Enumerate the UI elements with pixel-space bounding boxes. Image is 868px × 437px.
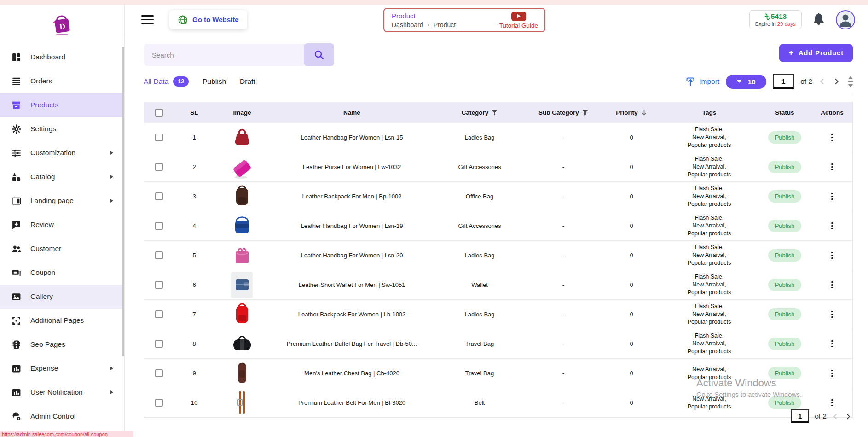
filter-icon[interactable] [582, 110, 588, 116]
coupon-icon [11, 268, 21, 278]
row-checkbox[interactable] [155, 222, 163, 230]
kebab-menu-icon[interactable] [827, 250, 837, 261]
cell-priority: 0 [602, 252, 661, 259]
sidebar-item-expense[interactable]: Expense [0, 356, 124, 380]
status-badge: Publish [768, 308, 802, 320]
catalog-icon [11, 172, 21, 182]
breadcrumb-dashboard[interactable]: Dashboard [392, 21, 423, 29]
cell-name: Leather Purse For Women | Lw-1032 [269, 163, 434, 170]
sort-descending-icon[interactable] [641, 109, 647, 116]
go-to-website-label: Go to Website [192, 16, 239, 23]
kebab-menu-icon[interactable] [827, 191, 837, 202]
bottom-page-input[interactable]: 1 [791, 409, 809, 423]
sidebar-scrollbar[interactable] [122, 47, 124, 356]
row-checkbox[interactable] [155, 340, 163, 348]
sidebar-item-admin-control[interactable]: Admin Control [0, 404, 124, 428]
row-checkbox[interactable] [155, 163, 163, 171]
select-all-checkbox[interactable] [155, 109, 163, 117]
page-stepper[interactable] [848, 76, 853, 87]
header-category[interactable]: Category [434, 109, 525, 116]
sidebar-item-additional-pages[interactable]: Additional Pages [0, 309, 124, 332]
sidebar-item-orders[interactable]: Orders [0, 69, 124, 93]
header-sub-category[interactable]: Sub Category [525, 109, 602, 116]
kebab-menu-icon[interactable] [827, 309, 837, 320]
table-row: 3Leather Backpack For Men | Bp-1002Offic… [144, 181, 852, 211]
cell-category: Travel Bag [434, 340, 525, 347]
bottom-prev-page[interactable] [832, 413, 839, 420]
page-size-dropdown[interactable]: 10 [726, 75, 766, 89]
tutorial-guide-link[interactable]: Tutorial Guide [499, 12, 538, 29]
import-button[interactable]: Import [685, 76, 719, 87]
cell-name: Leather Short Wallet For Men | Sw-1051 [269, 281, 434, 288]
tab-draft[interactable]: Draft [240, 77, 255, 86]
sidebar-item-landing-page[interactable]: Landing page [0, 189, 124, 213]
kebab-menu-icon[interactable] [827, 162, 837, 173]
page-number-input[interactable]: 1 [773, 74, 794, 89]
kebab-menu-icon[interactable] [827, 280, 837, 291]
chevron-right-icon [110, 175, 113, 179]
globe-icon [178, 15, 188, 25]
sidebar-item-catalog[interactable]: Catalog [0, 165, 124, 189]
hamburger-menu-icon[interactable] [141, 15, 154, 24]
row-checkbox[interactable] [155, 399, 163, 407]
notification-bell-icon[interactable] [812, 12, 826, 27]
row-checkbox[interactable] [155, 281, 163, 289]
sidebar-item-dashboard[interactable]: Dashboard [0, 45, 124, 69]
sidebar-item-seo-pages[interactable]: Seo Pages [0, 332, 124, 356]
sidebar-item-customer[interactable]: Customer [0, 237, 124, 261]
sidebar-item-gallery[interactable]: Gallery [0, 285, 124, 309]
cell-sl: 5 [174, 252, 215, 259]
row-checkbox[interactable] [155, 251, 163, 259]
kebab-menu-icon[interactable] [827, 397, 837, 408]
kebab-menu-icon[interactable] [827, 132, 837, 143]
tab-publish[interactable]: Publish [203, 77, 226, 86]
sidebar-menu: DashboardOrdersProductsSettingsCustomiza… [0, 45, 124, 428]
tab-publish-label: Publish [203, 77, 226, 86]
youtube-icon [511, 12, 526, 21]
add-product-button[interactable]: + Add Product [779, 44, 853, 62]
kebab-menu-icon[interactable] [827, 221, 837, 232]
table-row: 5Leather Handbag For Women | Lsn-20Ladie… [144, 240, 852, 270]
go-to-website-button[interactable]: Go to Website [169, 10, 247, 29]
search-button[interactable] [304, 43, 334, 66]
table-body: 1Leather Handbag For Women | Lsn-15Ladie… [144, 122, 852, 417]
cell-sub-category: - [525, 311, 602, 318]
row-checkbox[interactable] [155, 134, 163, 141]
cell-sub-category: - [525, 340, 602, 347]
all-data-count-badge: 12 [173, 76, 189, 87]
sidebar-item-products[interactable]: Products [0, 93, 124, 117]
prev-page-button[interactable] [819, 78, 826, 85]
next-page-button[interactable] [833, 78, 840, 85]
cell-priority: 0 [602, 311, 661, 318]
status-badge: Publish [768, 190, 802, 203]
row-checkbox[interactable] [155, 310, 163, 318]
tab-all-data[interactable]: All Data 12 [144, 76, 189, 87]
row-checkbox[interactable] [155, 369, 163, 377]
header-priority[interactable]: Priority [602, 109, 661, 116]
cell-priority: 0 [602, 163, 661, 170]
bottom-next-page[interactable] [845, 413, 851, 420]
sidebar-item-user-notification[interactable]: User Notification [0, 380, 124, 404]
cell-sub-category: - [525, 134, 602, 141]
cell-category: Office Bag [434, 193, 525, 200]
chevron-right-icon [110, 199, 113, 203]
content-area: + Add Product All Data 12 Publish Draft [125, 35, 868, 418]
user-avatar[interactable] [836, 10, 855, 29]
sidebar-item-customization[interactable]: Customization [0, 141, 124, 165]
products-icon [11, 100, 21, 110]
filter-icon[interactable] [492, 110, 498, 116]
sidebar-item-settings[interactable]: Settings [0, 117, 124, 141]
expiry-days: 29 days [777, 21, 796, 27]
cell-sub-category: - [525, 370, 602, 377]
status-badge: Publish [768, 249, 802, 262]
status-badge: Publish [768, 367, 802, 379]
row-checkbox[interactable] [155, 192, 163, 200]
products-table: SL Image Name Category Sub Category Prio… [144, 102, 853, 418]
sidebar-item-coupon[interactable]: Coupon [0, 261, 124, 285]
kebab-menu-icon[interactable] [827, 338, 837, 350]
kebab-menu-icon[interactable] [827, 368, 837, 379]
brand-logo-icon: D [50, 11, 75, 39]
cell-sl: 6 [174, 281, 215, 288]
sidebar-item-review[interactable]: Review [0, 213, 124, 237]
search-input[interactable] [144, 44, 304, 66]
